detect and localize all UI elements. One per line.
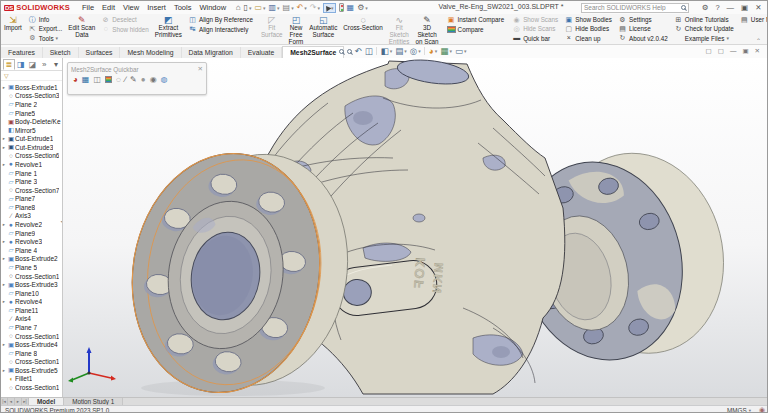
tree-item-axis3[interactable]: ∕Axis3 — [1, 212, 62, 221]
ribbon-cross-section-button[interactable]: ◌Cross-Section — [340, 14, 386, 44]
tree-item-plane-2[interactable]: ▱Plane 2 — [1, 100, 62, 109]
tab-nav-button[interactable]: ▸ — [15, 398, 22, 405]
graphics-viewport[interactable]: KOF MKN — [63, 58, 768, 397]
hide-show-items-button[interactable]: ◎▾ — [410, 46, 421, 56]
bottom-tab-model[interactable]: Model — [29, 398, 64, 405]
tree-item-cut-extrude1[interactable]: ▸▣Cut-Extrude1 — [1, 134, 62, 143]
doc-properties-button[interactable]: ▢ — [703, 47, 715, 55]
tree-item-plane8[interactable]: ▱Plane8 — [1, 203, 62, 212]
search-icon[interactable] — [681, 5, 686, 10]
tab-nav-button[interactable]: ◂ — [8, 398, 15, 405]
select-cursor-icon[interactable]: ▾ — [323, 3, 336, 13]
tabs-dropdown[interactable]: ▾ — [50, 59, 62, 70]
ribbon-hide-bodies-button[interactable]: ▢Hide Bodies — [564, 24, 612, 33]
doc-restore-button[interactable]: ▣ — [739, 47, 751, 55]
tree-item-plane-7[interactable]: ▱Plane 7 — [1, 323, 62, 332]
menu-tools[interactable]: Tools — [170, 3, 196, 12]
tab-nav-button[interactable]: |◂ — [1, 398, 8, 405]
edit-appearance-button[interactable]: ◕▾ — [429, 46, 438, 56]
options-icon[interactable]: ▦ — [347, 4, 355, 12]
ribbon-instant-compare-button[interactable]: ▣Instant Compare — [447, 15, 505, 25]
previous-view-button[interactable]: ↶ — [355, 46, 362, 56]
ribbon-info-button[interactable]: ⓘInfo — [28, 15, 62, 24]
tree-item-body-delete-ke[interactable]: ▣Body-Delete/Ke — [1, 117, 62, 126]
tree-item-cross-section1[interactable]: ○Cross-Section1 — [1, 383, 62, 392]
tree-item-cross-section1[interactable]: ○Cross-Section1 — [1, 332, 62, 341]
tree-filter-row[interactable]: ▽ — [1, 71, 62, 81]
ribbon-license-button[interactable]: ▤License — [618, 24, 668, 33]
restore-button[interactable]: ▣ — [738, 3, 752, 12]
filter-funnel-icon[interactable]: ▽ — [4, 72, 9, 79]
ribbon-example-files-button[interactable]: Example Files▾ — [674, 34, 734, 43]
tree-item-cross-section3[interactable]: ○Cross-Section3 — [1, 92, 62, 101]
tree-item-boss-extrude2[interactable]: ▸▣Boss-Extrude2 — [1, 255, 62, 264]
tree-item-cross-section1[interactable]: ○Cross-Section1 — [1, 272, 62, 281]
tab-surfaces[interactable]: Surfaces — [79, 47, 121, 58]
ribbon-check-for-update-button[interactable]: ↻Check for Update — [674, 24, 734, 33]
new-document-icon[interactable]: ▯▾ — [243, 4, 251, 12]
ribbon-align-by-reference-button[interactable]: ◫Align By Reference — [188, 15, 253, 25]
lasso-selection-icon[interactable]: ◌ — [116, 75, 121, 84]
status-tag-icon[interactable]: ◉ — [759, 406, 765, 413]
zoom-to-area-button[interactable] — [347, 49, 352, 54]
ribbon-user-manual-button[interactable]: ▤User Manual — [740, 15, 768, 25]
settings-gear-icon[interactable]: ⚙ — [698, 3, 712, 12]
gear-icon[interactable]: ⚙▾ — [357, 4, 368, 12]
tree-item-boss-extrude4[interactable]: ▸▣Boss-Extrude4 — [1, 340, 62, 349]
tree-item-plane7[interactable]: ▱Plane7 — [1, 195, 62, 204]
menu-window[interactable]: Window — [195, 3, 230, 12]
doc-close-button[interactable]: ✕ — [752, 47, 763, 55]
target-icon[interactable]: ◉ — [150, 75, 157, 84]
menu-view[interactable]: View — [119, 3, 143, 12]
tree-item-revolve1[interactable]: ▸●Revolve1 — [1, 160, 62, 169]
ribbon-tools-button[interactable]: ⚙Tools▾ — [28, 34, 62, 43]
open-icon[interactable]: ▭▾ — [254, 4, 265, 12]
tree-item-cross-section1[interactable]: ○Cross-Section1 — [1, 358, 62, 367]
zoom-to-fit-button[interactable] — [339, 49, 344, 54]
ribbon-quick-bar-button[interactable]: ▬Quick bar — [512, 34, 558, 43]
view-orientation-button[interactable]: ◧▾ — [381, 46, 393, 56]
reference-triad[interactable] — [68, 347, 116, 383]
ribbon-align-interactively-button[interactable]: ↹Align Interactively — [188, 25, 253, 35]
tab-features[interactable]: Features — [1, 47, 43, 58]
tree-item-plane10[interactable]: ▱Plane10 — [1, 289, 62, 298]
doc-pin-button[interactable]: ▢ — [715, 47, 727, 55]
point-selection-icon[interactable]: ● — [141, 75, 146, 84]
tree-item-revolve3[interactable]: ▸●Revolve3 — [1, 237, 62, 246]
close-button[interactable]: ✕ — [752, 3, 765, 12]
unit-system[interactable]: MMGS — [727, 407, 747, 413]
tree-item-plane-5[interactable]: ▱Plane 5 — [1, 263, 62, 272]
tab-nav-button[interactable]: ▸| — [22, 398, 29, 405]
quickbar-close-icon[interactable]: ✕ — [198, 65, 203, 73]
tree-item-fillet1[interactable]: ◖Fillet1 — [1, 375, 62, 384]
view-settings-button[interactable]: ▭▾ — [455, 46, 467, 56]
tab-mesh2surface[interactable]: Mesh2Surface — [282, 46, 344, 58]
reference-plane-icon[interactable]: ◫ — [93, 75, 101, 84]
propertymanager-tab[interactable]: ◨ — [15, 59, 27, 70]
home-icon[interactable]: ⌂ — [236, 4, 241, 12]
tab-data-migration[interactable]: Data Migration — [182, 47, 241, 58]
tree-item-plane5[interactable]: ▱Plane5 — [1, 109, 62, 118]
ribbon-collapse-icon[interactable]: ⌃ — [756, 37, 761, 44]
search-box[interactable]: Search SOLIDWORKS Help — [581, 3, 689, 13]
tree-item-cross-section6[interactable]: ○Cross-Section6 — [1, 152, 62, 161]
mesh-table-icon[interactable]: ▦ — [82, 75, 90, 84]
tree-item-axis4[interactable]: ∕Axis4 — [1, 315, 62, 324]
tree-item-revolve4[interactable]: ▸●Revolve4 — [1, 297, 62, 306]
ribbon-edit-scan-data-button[interactable]: ✎Edit ScanData — [65, 14, 98, 44]
menu-insert[interactable]: Insert — [143, 3, 170, 12]
ribbon-automatic-surface-button[interactable]: ◱AutomaticSurface — [306, 14, 340, 44]
ribbon-compare-button[interactable]: Compare — [447, 25, 505, 35]
rebuild-traffic-light-icon[interactable] — [339, 3, 344, 12]
tree-item-cross-section7[interactable]: ○Cross-Section7 — [1, 186, 62, 195]
ribbon-settings-button[interactable]: ⚙Settings — [618, 15, 668, 24]
more-tabs[interactable]: » — [38, 59, 50, 70]
deviation-analysis-icon[interactable]: ◕ — [73, 75, 78, 84]
configurationmanager-tab[interactable]: ◪ — [27, 59, 39, 70]
tab-sketch[interactable]: Sketch — [43, 47, 79, 58]
line-selection-icon[interactable]: ∕ — [125, 75, 126, 84]
sphere-icon[interactable]: ◍ — [161, 75, 168, 84]
doc-minimize-button[interactable]: — — [727, 47, 740, 55]
tab-mesh-modeling[interactable]: Mesh Modeling — [120, 47, 181, 58]
tree-item-boss-extrude5[interactable]: ▸▣Boss-Extrude5 — [1, 366, 62, 375]
